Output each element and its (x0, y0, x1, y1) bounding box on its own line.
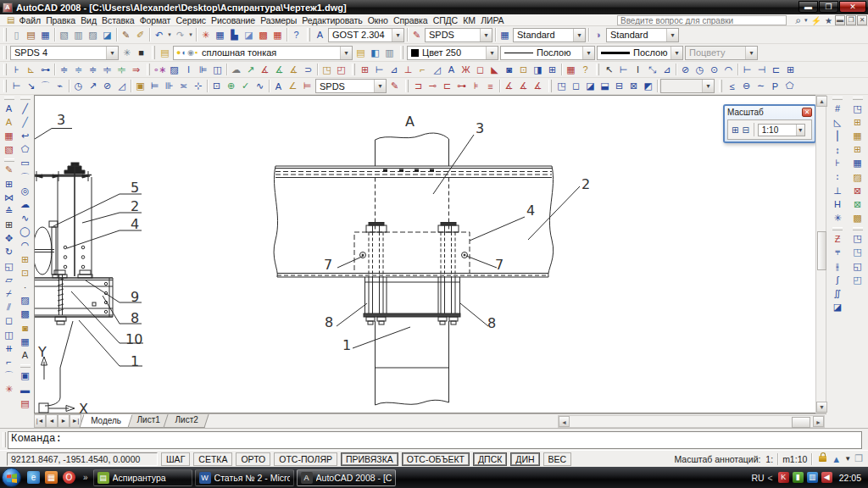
revcloud-icon[interactable]: ☁ (18, 197, 33, 211)
clock[interactable]: 22:05 (839, 473, 861, 483)
red-dim6-icon[interactable]: ≡ (483, 80, 498, 93)
circ2-icon[interactable]: ◷ (693, 63, 707, 76)
spds-sect1-icon[interactable]: ◿ (430, 63, 444, 76)
combo-dropdown-icon[interactable]: ▾ (745, 47, 757, 59)
dropdown-arrow-icon[interactable]: ▾ (166, 28, 173, 42)
ref3-icon[interactable]: ∼ (754, 80, 768, 93)
weld-s1-icon[interactable]: ∫ (830, 273, 845, 286)
ref1-icon[interactable]: ≤ (725, 80, 739, 93)
save-icon[interactable]: ▦ (38, 28, 53, 42)
red-dim4-icon[interactable]: ⊶ (454, 80, 469, 93)
make-layer-current-icon[interactable]: ▤ (353, 46, 368, 59)
cleanscreen-icon[interactable]: ❒ (854, 453, 863, 464)
dim1-icon[interactable]: ⊢ (740, 63, 754, 76)
mirror-icon[interactable]: ⋈ (2, 191, 17, 204)
taskbar-chevron-icon[interactable]: » (83, 473, 88, 482)
spds-format-icon[interactable]: ▩ (256, 28, 270, 42)
insert-block-icon[interactable]: ⊞ (18, 252, 33, 266)
dim-ordinate-icon[interactable]: ⌁ (53, 80, 67, 93)
combo-dropdown-icon[interactable]: ▾ (106, 47, 118, 59)
etransmit-icon[interactable]: ◪ (100, 28, 114, 42)
measure-icon[interactable]: ⤡ (645, 63, 659, 76)
lock-icon[interactable] (819, 456, 826, 462)
combo-dropdown-icon[interactable]: ▾ (573, 29, 585, 42)
annotation-visibility-icon[interactable]: ▲ (832, 454, 841, 464)
spds-axis2-icon[interactable]: ≑ (71, 63, 86, 76)
language-indicator[interactable]: RU (751, 473, 764, 483)
menu-window[interactable]: Окно (365, 15, 391, 25)
menu-tools[interactable]: Сервис (173, 15, 209, 25)
menu-format[interactable]: Формат (137, 15, 174, 25)
dropdown-arrow-icon[interactable]: ▾ (187, 28, 194, 42)
ducs-toggle[interactable]: ДПСК (473, 452, 507, 466)
mdi-close-button[interactable]: ✕ (857, 15, 867, 25)
command-grip[interactable] (3, 432, 6, 447)
erase-icon[interactable]: ✎ (2, 164, 17, 177)
menu-help[interactable]: Справка (391, 15, 431, 25)
dim-angular-icon[interactable]: ◿ (114, 80, 129, 93)
coordinates-display[interactable]: 92121.8467, -1951.4540, 0.0000 (7, 452, 158, 466)
table-style-combo[interactable]: Standard▾ (513, 28, 586, 42)
dim-style-combo2[interactable]: SPDS▾ (315, 79, 387, 93)
vp-scale-combo[interactable]: ▾ (660, 79, 715, 93)
make-block-icon[interactable]: ⊡ (18, 266, 33, 280)
menu-spds[interactable]: СПДС (431, 15, 461, 25)
mleader-style-combo[interactable]: Standard▾ (606, 28, 679, 42)
dim-baseline-icon[interactable]: ⊨ (147, 80, 162, 93)
combo-dropdown-icon[interactable]: ▾ (486, 47, 498, 59)
spds-view2-icon[interactable]: ⊡ (516, 63, 531, 76)
axis-angle-icon[interactable]: ◺ (830, 115, 845, 129)
undo-icon[interactable]: ↶ (152, 28, 166, 42)
xline-icon[interactable]: ╱ (18, 115, 33, 129)
spds-arrow1-icon[interactable]: ↗ (243, 63, 258, 76)
text-style-icon[interactable]: A (313, 28, 327, 42)
rotate-icon[interactable]: ↻ (2, 246, 17, 259)
red-dim3-icon[interactable]: ⊏ (440, 80, 454, 93)
stretch-icon[interactable]: ▱ (2, 273, 17, 286)
hscroll-right-icon[interactable]: ► (813, 416, 824, 427)
battery-icon[interactable]: ▮ (793, 472, 804, 483)
move-icon[interactable]: ✥ (2, 232, 17, 246)
sheet-edit-icon[interactable]: ▨ (850, 170, 865, 184)
dim-aligned-icon[interactable]: ↘ (24, 80, 38, 93)
spds-table-icon[interactable]: ✳ (198, 28, 213, 42)
circle-icon[interactable]: ◎ (18, 184, 33, 197)
weld-t2-icon[interactable]: ⫲ (830, 259, 845, 273)
toolbar-grip[interactable] (3, 64, 7, 75)
spds-textx-icon[interactable]: Ж (459, 63, 473, 76)
dim-quick-icon[interactable]: ▣ (133, 80, 147, 93)
sheet-star4-icon[interactable]: ▩ (850, 212, 865, 225)
dim-style-combo[interactable]: SPDS▾ (425, 28, 492, 42)
vp3-icon[interactable]: ◪ (583, 80, 598, 93)
spds-bed-icon[interactable]: ⊫ (196, 63, 210, 76)
spds-marker1-icon[interactable]: ◻ (473, 63, 487, 76)
axis-h-icon[interactable]: Η (830, 197, 845, 211)
weld-roll-icon[interactable]: ◪ (830, 301, 845, 314)
select-icon[interactable]: ↖ (602, 63, 616, 76)
maximize-button[interactable]: ❐ (819, 1, 838, 13)
plotstyle-combo[interactable]: Поцвету▾ (685, 46, 758, 60)
tab-first-icon[interactable]: |◄ (34, 414, 46, 428)
vertical-scroll-thumb[interactable] (817, 231, 826, 270)
red-angle3-icon[interactable]: ∡ (531, 80, 545, 93)
ellipse-arc-icon[interactable]: ◠ (18, 239, 33, 252)
tab-prev-icon[interactable]: ◄ (46, 414, 58, 428)
lwt-toggle[interactable]: ВЕС (543, 452, 572, 466)
scroll-up-icon[interactable]: ▲ (816, 96, 827, 107)
new-icon[interactable]: ▯ (9, 28, 24, 42)
spds-angle-icon[interactable]: ◣ (487, 63, 502, 76)
grid-axes-icon[interactable]: # (830, 102, 845, 115)
axis-v2-icon[interactable]: ↕ (830, 143, 845, 157)
combo-dropdown-icon[interactable]: ▾ (392, 29, 403, 42)
scale-bar-icon[interactable]: ▬ (18, 383, 33, 396)
combo-dropdown-icon[interactable]: ▾ (670, 47, 682, 59)
vp2-icon[interactable]: ◻ (569, 80, 583, 93)
red-angle1-icon[interactable]: ∡ (502, 80, 516, 93)
ellipse-icon[interactable]: ◯ (18, 225, 33, 239)
cascade2-icon[interactable]: ◳ (850, 246, 865, 259)
search-dropdown-icon[interactable]: ▾ (804, 17, 808, 24)
calculator-icon[interactable]: ▦ (270, 28, 285, 42)
tab-layout2[interactable]: Лист2 (164, 414, 209, 428)
weld-z-icon[interactable]: Ƶ (830, 232, 845, 246)
tab-model[interactable]: Модель (79, 414, 132, 428)
